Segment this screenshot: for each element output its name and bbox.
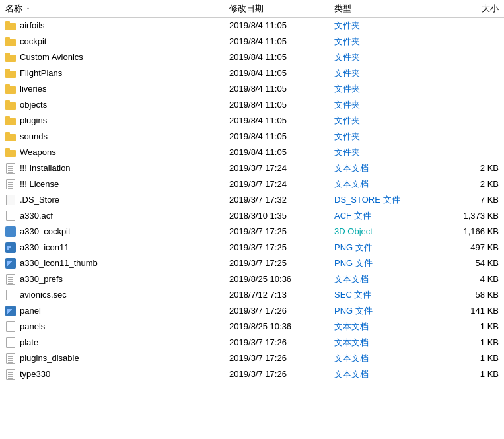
file-name: a330_cockpit xyxy=(20,226,71,236)
sec-file-icon xyxy=(5,290,16,300)
file-date: 2019/3/7 17:24 xyxy=(224,160,329,176)
col-size-header[interactable]: 大小 xyxy=(441,0,504,18)
table-row[interactable]: airfoils 2019/8/4 11:05 文件夹 xyxy=(0,18,504,34)
file-size: 497 KB xyxy=(441,240,504,255)
file-type: 文件夹 xyxy=(329,81,441,97)
file-name: liveries xyxy=(20,84,46,94)
table-row[interactable]: a330_icon11 2019/3/7 17:25 PNG 文件 497 KB xyxy=(0,240,504,255)
file-name: objects xyxy=(20,100,47,110)
table-row[interactable]: cockpit 2019/8/4 11:05 文件夹 xyxy=(0,34,504,50)
text-file-icon xyxy=(5,353,16,364)
file-size: 2 KB xyxy=(441,176,504,192)
file-type: 文本文档 xyxy=(329,335,441,351)
file-type: 文本文档 xyxy=(329,160,441,176)
file-type: PNG 文件 xyxy=(329,240,441,255)
file-date: 2019/3/7 17:25 xyxy=(224,255,329,271)
table-row[interactable]: a330.acf 2018/3/10 1:35 ACF 文件 1,373 KB xyxy=(0,208,504,224)
file-date: 2019/8/4 11:05 xyxy=(224,18,329,34)
file-date: 2019/8/4 11:05 xyxy=(224,113,329,129)
table-row[interactable]: a330_prefs 2019/8/25 10:36 文本文档 4 KB xyxy=(0,271,504,287)
file-date: 2019/3/7 17:26 xyxy=(224,351,329,366)
file-size: 1 KB xyxy=(441,335,504,351)
file-name: Weapons xyxy=(20,147,56,157)
file-name-cell: panel xyxy=(0,303,224,319)
file-name: avionics.sec xyxy=(20,290,67,300)
file-size: 4 KB xyxy=(441,271,504,287)
file-name-cell: plate xyxy=(0,335,224,351)
file-date: 2019/8/4 11:05 xyxy=(224,65,329,81)
folder-icon xyxy=(5,84,16,94)
file-size: 1 KB xyxy=(441,319,504,335)
table-row[interactable]: !!! Installation 2019/3/7 17:24 文本文档 2 K… xyxy=(0,160,504,176)
file-name: sounds xyxy=(20,131,48,141)
file-type: 文件夹 xyxy=(329,18,441,34)
table-row[interactable]: a330_icon11_thumb 2019/3/7 17:25 PNG 文件 … xyxy=(0,255,504,271)
text-file-icon xyxy=(5,337,16,348)
table-row[interactable]: Custom Avionics 2019/8/4 11:05 文件夹 xyxy=(0,50,504,65)
file-name-cell: .DS_Store xyxy=(0,192,224,208)
file-size: 54 KB xyxy=(441,255,504,271)
file-size: 58 KB xyxy=(441,287,504,303)
table-row[interactable]: panels 2019/8/25 10:36 文本文档 1 KB xyxy=(0,319,504,335)
folder-icon xyxy=(5,116,16,126)
file-name-cell: objects xyxy=(0,97,224,113)
file-date: 2019/3/7 17:25 xyxy=(224,240,329,255)
file-date: 2019/8/4 11:05 xyxy=(224,145,329,160)
file-date: 2019/3/7 17:32 xyxy=(224,192,329,208)
table-row[interactable]: type330 2019/3/7 17:26 文本文档 1 KB xyxy=(0,366,504,382)
file-type: 文件夹 xyxy=(329,129,441,145)
file-date: 2019/3/7 17:25 xyxy=(224,224,329,240)
file-date: 2019/3/7 17:26 xyxy=(224,335,329,351)
col-name-label: 名称 xyxy=(5,3,22,15)
table-row[interactable]: plugins_disable 2019/3/7 17:26 文本文档 1 KB xyxy=(0,351,504,366)
col-name-header[interactable]: 名称 ↑ xyxy=(0,0,224,18)
dsstore-file-icon xyxy=(5,195,16,205)
file-type: PNG 文件 xyxy=(329,303,441,319)
png-file-icon xyxy=(5,242,16,253)
file-type: ACF 文件 xyxy=(329,208,441,224)
file-date: 2019/8/4 11:05 xyxy=(224,50,329,65)
png-file-icon xyxy=(5,258,16,269)
col-date-header[interactable]: 修改日期 xyxy=(224,0,329,18)
table-row[interactable]: panel 2019/3/7 17:26 PNG 文件 141 KB xyxy=(0,303,504,319)
text-file-icon xyxy=(5,369,16,380)
table-row[interactable]: !!! License 2019/3/7 17:24 文本文档 2 KB xyxy=(0,176,504,192)
table-row[interactable]: plate 2019/3/7 17:26 文本文档 1 KB xyxy=(0,335,504,351)
table-row[interactable]: avionics.sec 2018/7/12 7:13 SEC 文件 58 KB xyxy=(0,287,504,303)
file-date: 2019/8/25 10:36 xyxy=(224,271,329,287)
file-size: 2 KB xyxy=(441,160,504,176)
file-type: 文件夹 xyxy=(329,34,441,50)
file-name: panel xyxy=(20,306,41,316)
file-type: 文件夹 xyxy=(329,50,441,65)
file-name: a330_icon11 xyxy=(20,242,69,252)
table-row[interactable]: Weapons 2019/8/4 11:05 文件夹 xyxy=(0,145,504,160)
col-type-header[interactable]: 类型 xyxy=(329,0,441,18)
table-row[interactable]: objects 2019/8/4 11:05 文件夹 xyxy=(0,97,504,113)
table-row[interactable]: FlightPlans 2019/8/4 11:05 文件夹 xyxy=(0,65,504,81)
table-row[interactable]: liveries 2019/8/4 11:05 文件夹 xyxy=(0,81,504,97)
file-name-cell: plugins_disable xyxy=(0,351,224,366)
file-name: a330_prefs xyxy=(20,274,63,284)
folder-icon xyxy=(5,100,16,110)
file-date: 2019/8/4 11:05 xyxy=(224,97,329,113)
file-name: plugins xyxy=(20,116,47,125)
file-size: 1 KB xyxy=(441,366,504,382)
png-file-icon xyxy=(5,306,16,316)
file-size xyxy=(441,97,504,113)
text-file-icon xyxy=(5,163,16,174)
3d-object-icon xyxy=(5,226,16,237)
table-row[interactable]: sounds 2019/8/4 11:05 文件夹 xyxy=(0,129,504,145)
table-row[interactable]: a330_cockpit 2019/3/7 17:25 3D Object 1,… xyxy=(0,224,504,240)
table-row[interactable]: plugins 2019/8/4 11:05 文件夹 xyxy=(0,113,504,129)
file-type: 文件夹 xyxy=(329,145,441,160)
file-size: 7 KB xyxy=(441,192,504,208)
file-size: 1,373 KB xyxy=(441,208,504,224)
file-date: 2018/7/12 7:13 xyxy=(224,287,329,303)
acf-file-icon xyxy=(5,211,16,221)
file-name: .DS_Store xyxy=(20,195,59,205)
file-name-cell: !!! Installation xyxy=(0,160,224,176)
file-name-cell: a330_prefs xyxy=(0,271,224,287)
col-date-label: 修改日期 xyxy=(229,3,264,13)
folder-icon xyxy=(5,20,16,31)
table-row[interactable]: .DS_Store 2019/3/7 17:32 DS_STORE 文件 7 K… xyxy=(0,192,504,208)
